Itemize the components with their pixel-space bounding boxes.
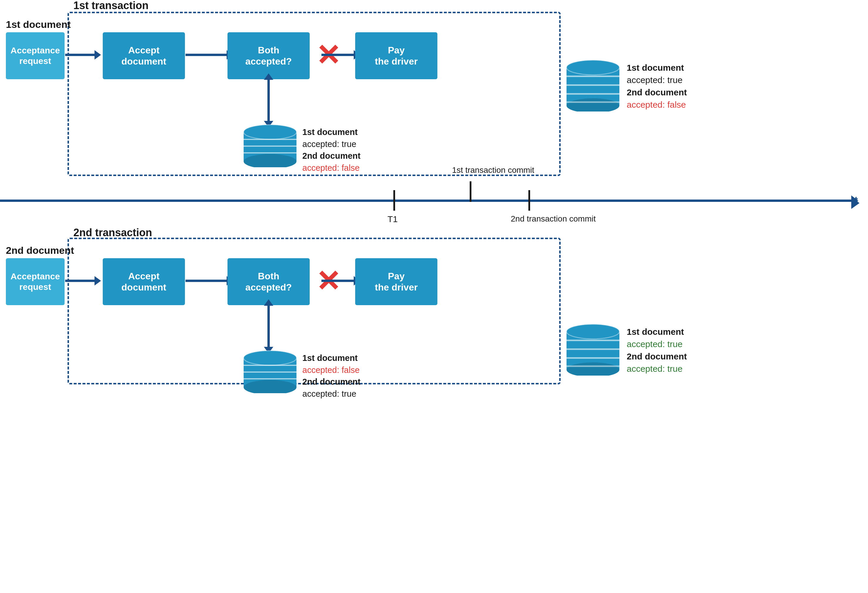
top-db-outside-label: 1st document accepted: true 2nd document…: [627, 62, 687, 111]
diagram: 1st transaction 1st document Acceptancer…: [0, 0, 868, 593]
arrow-top-v: [267, 80, 270, 121]
top-db-inside-label: 1st document accepted: true 2nd document…: [303, 126, 360, 174]
arrow-top-2: [186, 54, 227, 56]
arrow-bottom-v: [267, 306, 270, 347]
bottom-acceptance-box: Acceptancerequest: [6, 258, 65, 305]
arrow-bottom-3: [322, 280, 354, 282]
bottom-db-inside: [241, 349, 300, 393]
top-pay-driver-box: Paythe driver: [355, 32, 437, 79]
commit2-label: 2nd transaction commit: [511, 213, 596, 224]
bottom-db-outside: [564, 323, 622, 376]
arrow-bottom-2: [186, 280, 227, 282]
t1-tick: [393, 190, 395, 211]
timeline-t-label: t: [854, 193, 858, 209]
arrow-top-1: [65, 54, 94, 56]
top-accept-doc-box: Acceptdocument: [103, 32, 185, 79]
top-db-outside: [564, 59, 622, 112]
top-both-accepted-box: Bothaccepted?: [227, 32, 310, 79]
transaction-2-title: 2nd transaction: [73, 227, 152, 239]
top-db-inside: [241, 123, 300, 167]
transaction-1-title: 1st transaction: [73, 0, 149, 12]
bottom-pay-driver-box: Paythe driver: [355, 258, 437, 305]
bottom-accept-doc-box: Acceptdocument: [103, 258, 185, 305]
top-left-doc-label: 1st document: [6, 18, 71, 32]
timeline-line: [0, 199, 851, 202]
t1-label: T1: [387, 213, 398, 225]
bottom-both-accepted-box: Bothaccepted?: [227, 258, 310, 305]
arrow-bottom-1: [65, 280, 94, 282]
commit1-label: 1st transaction commit: [452, 164, 534, 176]
commit1-tick: [469, 181, 471, 202]
commit2-tick: [528, 190, 530, 211]
bottom-db-outside-label: 1st document accepted: true 2nd document…: [627, 326, 687, 375]
arrow-top-3: [322, 54, 354, 56]
bottom-left-doc-label: 2nd document: [6, 243, 74, 258]
bottom-db-inside-label: 1st document accepted: false 2nd documen…: [303, 352, 360, 400]
top-acceptance-box: Acceptancerequest: [6, 32, 65, 79]
